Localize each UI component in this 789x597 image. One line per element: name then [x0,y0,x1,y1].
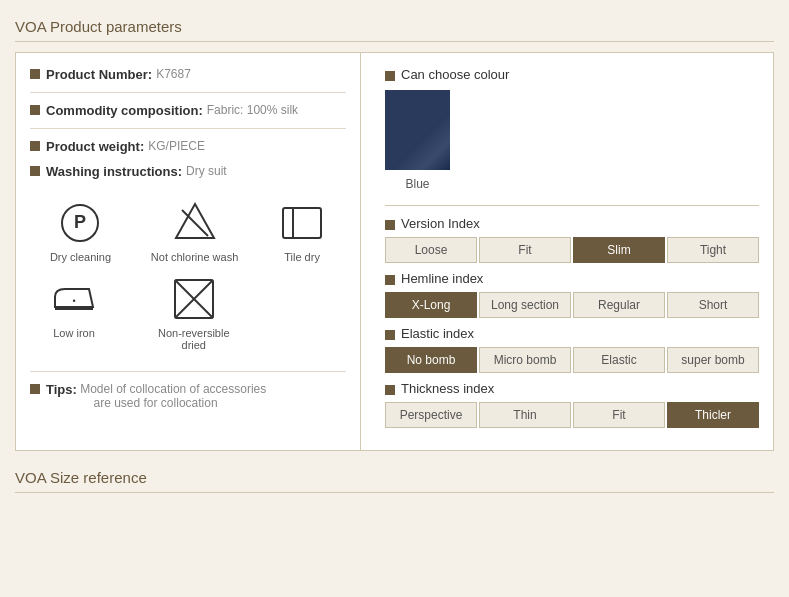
weight-value: KG/PIECE [148,139,205,153]
square-icon-colour [385,71,395,81]
product-number-label: Product Number: [46,67,152,82]
square-icon-4 [30,166,40,176]
wash-item-no-chlorine: Not chlorine wash [151,199,238,263]
tile-dry-icon [278,199,326,247]
square-icon-2 [30,105,40,115]
weight-label: Product weight: [46,139,144,154]
colour-section: Can choose colour Blue [385,67,759,191]
colour-label: Can choose colour [401,67,509,82]
hemline-option-short[interactable]: Short [667,292,759,318]
main-content: Product Number: K7687 Commodity composit… [15,52,774,451]
hemline-index-title: Hemline index [385,271,759,286]
elastic-option-microbomb[interactable]: Micro bomb [479,347,571,373]
washing-icons-row2: • Low iron Non-reversibledried [30,269,346,361]
thickness-label: Thickness index [401,381,494,396]
page-title: VOA Product parameters [15,10,774,42]
version-option-tight[interactable]: Tight [667,237,759,263]
hemline-label: Hemline index [401,271,483,286]
square-icon-version [385,220,395,230]
colour-swatch [385,90,450,170]
washing-row: Washing instructions: Dry suit [30,164,346,179]
dry-clean-label: Dry cleaning [50,251,111,263]
thickness-option-thicler[interactable]: Thicler [667,402,759,428]
square-icon-5 [30,384,40,394]
hemline-btn-group: X-Long Long section Regular Short [385,292,759,318]
commodity-value: Fabric: 100% silk [207,103,298,117]
tips-label: Tips: [46,382,77,397]
thickness-option-fit[interactable]: Fit [573,402,665,428]
divider-2 [30,128,346,129]
page-wrapper: VOA Product parameters Product Number: K… [0,0,789,503]
thickness-index-section: Thickness index Perspective Thin Fit Thi… [385,381,759,428]
washing-label: Washing instructions: [46,164,182,179]
commodity-label: Commodity composition: [46,103,203,118]
square-icon-hemline [385,275,395,285]
square-icon-thickness [385,385,395,395]
no-chlorine-icon [171,199,219,247]
wash-item-non-reversible: Non-reversibledried [158,275,230,351]
right-panel: Can choose colour Blue Version Index Loo… [371,53,773,450]
thickness-option-thin[interactable]: Thin [479,402,571,428]
elastic-btn-group: No bomb Micro bomb Elastic super bomb [385,347,759,373]
bottom-title: VOA Size reference [15,461,774,493]
colour-title: Can choose colour [385,67,759,82]
hemline-option-regular[interactable]: Regular [573,292,665,318]
tips-value: Model of collocation of accessories are … [77,382,266,410]
colour-name: Blue [385,177,450,191]
version-option-slim[interactable]: Slim [573,237,665,263]
hemline-option-long[interactable]: Long section [479,292,571,318]
divider-1 [30,92,346,93]
dry-clean-icon: P [56,199,104,247]
tips-row: Tips: Model of collocation of accessorie… [30,382,346,410]
version-btn-group: Loose Fit Slim Tight [385,237,759,263]
elastic-index-section: Elastic index No bomb Micro bomb Elastic… [385,326,759,373]
wash-item-tile-dry: Tile dry [278,199,326,263]
elastic-option-elastic[interactable]: Elastic [573,347,665,373]
tile-dry-label: Tile dry [284,251,320,263]
hemline-index-section: Hemline index X-Long Long section Regula… [385,271,759,318]
product-number-value: K7687 [156,67,191,81]
square-icon-3 [30,141,40,151]
left-panel: Product Number: K7687 Commodity composit… [16,53,361,450]
commodity-row: Commodity composition: Fabric: 100% silk [30,103,346,118]
version-index-title: Version Index [385,216,759,231]
svg-text:P: P [74,212,86,232]
svg-rect-4 [283,208,321,238]
washing-value: Dry suit [186,164,227,178]
thickness-index-title: Thickness index [385,381,759,396]
right-divider-1 [385,205,759,206]
square-icon-elastic [385,330,395,340]
version-option-loose[interactable]: Loose [385,237,477,263]
hemline-option-xlong[interactable]: X-Long [385,292,477,318]
colour-swatch-container[interactable]: Blue [385,90,450,191]
weight-row: Product weight: KG/PIECE [30,139,346,154]
elastic-index-title: Elastic index [385,326,759,341]
version-index-section: Version Index Loose Fit Slim Tight [385,216,759,263]
low-iron-icon: • [50,275,98,323]
low-iron-label: Low iron [53,327,95,339]
non-reversible-label: Non-reversibledried [158,327,230,351]
product-number-row: Product Number: K7687 [30,67,346,82]
thickness-btn-group: Perspective Thin Fit Thicler [385,402,759,428]
wash-item-dry-clean: P Dry cleaning [50,199,111,263]
elastic-option-superbomb[interactable]: super bomb [667,347,759,373]
square-icon [30,69,40,79]
divider-3 [30,371,346,372]
elastic-label: Elastic index [401,326,474,341]
elastic-option-nobomb[interactable]: No bomb [385,347,477,373]
svg-text:•: • [72,296,75,306]
no-chlorine-label: Not chlorine wash [151,251,238,263]
svg-line-3 [182,210,208,236]
thickness-option-perspective[interactable]: Perspective [385,402,477,428]
version-option-fit[interactable]: Fit [479,237,571,263]
svg-marker-2 [176,204,214,238]
washing-icons-row1: P Dry cleaning Not chlorine wash [30,189,346,269]
version-label: Version Index [401,216,480,231]
non-reversible-icon [170,275,218,323]
wash-item-low-iron: • Low iron [50,275,98,351]
